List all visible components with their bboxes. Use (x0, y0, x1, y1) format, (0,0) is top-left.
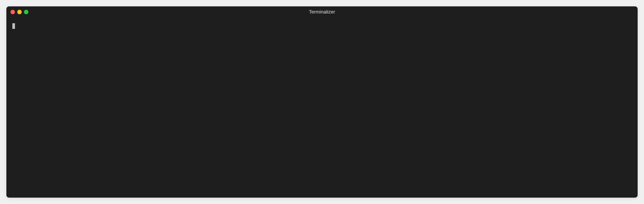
close-icon[interactable] (10, 10, 15, 14)
cursor-icon (12, 23, 15, 29)
minimize-icon[interactable] (17, 10, 22, 14)
window-title: Terminalizer (6, 6, 638, 18)
terminal-window: Terminalizer (6, 6, 638, 198)
maximize-icon[interactable] (24, 10, 28, 14)
terminal-body[interactable] (6, 18, 638, 198)
title-bar: Terminalizer (6, 6, 638, 18)
window-controls (10, 10, 28, 14)
